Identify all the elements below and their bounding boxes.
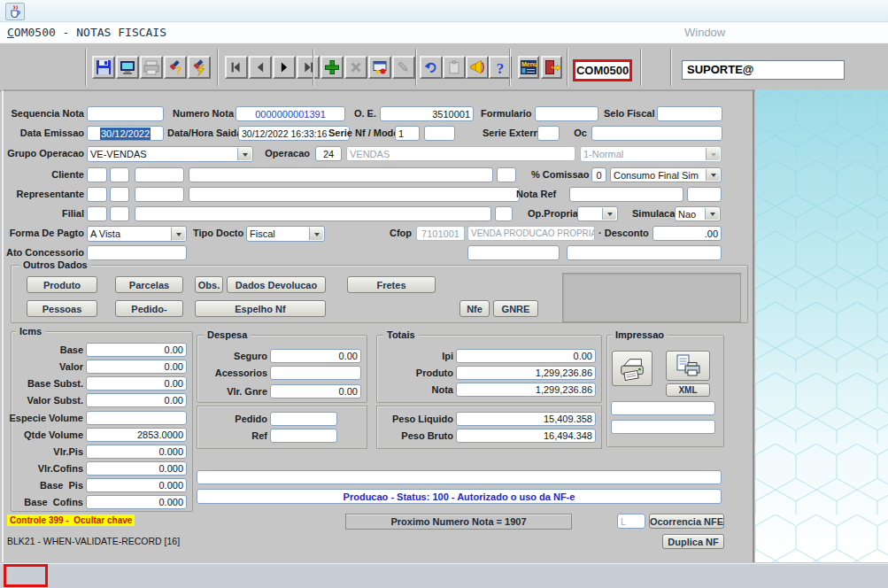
- nfe-button[interactable]: Nfe: [459, 300, 490, 317]
- serie-externa-field[interactable]: [537, 126, 560, 141]
- simulacao-select[interactable]: Nao: [675, 206, 721, 221]
- filial-field-1[interactable]: [87, 206, 107, 221]
- sequencia-nota-label: Sequencia Nota: [7, 106, 84, 121]
- pedido-button[interactable]: Pedido-: [115, 300, 183, 317]
- impressao-field-1[interactable]: [611, 401, 715, 415]
- delete-record-button[interactable]: [344, 56, 367, 79]
- pedido-field[interactable]: [270, 412, 337, 426]
- user-input[interactable]: SUPORTE@: [682, 60, 845, 80]
- grupo-operacao-select[interactable]: VE-VENDAS: [87, 146, 253, 162]
- dados-devolucao-button[interactable]: Dados Devolucao: [227, 276, 326, 293]
- icms-valor-field[interactable]: 0.00: [86, 360, 187, 374]
- pessoas-button[interactable]: Pessoas: [27, 300, 97, 317]
- screen-button[interactable]: [116, 56, 139, 79]
- operacao-field[interactable]: 24: [315, 146, 342, 161]
- xml-button[interactable]: XML: [666, 383, 710, 397]
- modelo-field[interactable]: [424, 126, 455, 141]
- cliente-nome-field[interactable]: [189, 167, 493, 182]
- vlr-gnre-field[interactable]: 0.00: [270, 384, 361, 398]
- fretes-button[interactable]: Fretes: [347, 276, 436, 293]
- espelho-nf-button[interactable]: Espelho Nf: [195, 300, 326, 317]
- cliente-field-2[interactable]: [110, 167, 129, 182]
- qtde-volume-field[interactable]: 2853.0000: [86, 428, 187, 442]
- message-field[interactable]: [197, 470, 722, 484]
- vlr-cofins-field[interactable]: 0.000: [86, 461, 187, 476]
- icms-valor-subst-field[interactable]: 0.00: [86, 393, 187, 407]
- menu-button[interactable]: Menu: [518, 56, 539, 79]
- representante-field-1[interactable]: [87, 187, 107, 202]
- cliente-field-1[interactable]: [87, 167, 107, 182]
- cliente-field-3[interactable]: [135, 167, 184, 182]
- menu-item-window[interactable]: Window: [684, 22, 725, 43]
- acessorios-field[interactable]: [270, 366, 361, 380]
- last-record-button[interactable]: [297, 56, 320, 79]
- filial-field-2[interactable]: [110, 206, 129, 221]
- next-record-button[interactable]: [273, 56, 296, 79]
- especie-volume-field[interactable]: [86, 411, 187, 425]
- previous-record-button[interactable]: [249, 56, 272, 79]
- obs-button[interactable]: Obs.: [195, 276, 223, 293]
- tipo-docto-select[interactable]: Fiscal: [246, 226, 325, 242]
- forma-pagto-select[interactable]: A Vista: [87, 226, 187, 242]
- alert-button[interactable]: [466, 56, 489, 79]
- selo-fiscal-field[interactable]: [657, 106, 722, 121]
- produto-button[interactable]: Produto: [27, 276, 97, 293]
- ato-extra-field-1[interactable]: [467, 245, 560, 260]
- icms-base-subst-label: Base Subst.: [4, 376, 83, 391]
- cliente-field-4[interactable]: [497, 167, 516, 182]
- enter-query-button[interactable]: ?: [164, 56, 187, 79]
- impressao-field-2[interactable]: [611, 420, 715, 434]
- representante-nome-field[interactable]: [189, 187, 520, 202]
- representante-field-2[interactable]: [110, 187, 129, 202]
- ato-extra-field-2[interactable]: [567, 245, 722, 260]
- ato-concessorio-field[interactable]: [87, 245, 187, 260]
- imprimir-danfe-button[interactable]: [666, 351, 710, 381]
- base-cofins-field[interactable]: 0.000: [86, 495, 187, 509]
- numero-nota-field[interactable]: 0000000001391: [236, 106, 345, 121]
- data-emissao-field[interactable]: 30/12/2022: [87, 126, 164, 141]
- icms-base-field[interactable]: 0.00: [86, 343, 187, 357]
- oe-field[interactable]: 3510001: [380, 106, 474, 121]
- duplica-nf-button[interactable]: Duplica NF: [662, 534, 724, 549]
- representante-field-3[interactable]: [135, 187, 184, 202]
- peso-liquido-field[interactable]: 15,409.358: [456, 412, 596, 426]
- base-pis-field[interactable]: 0.000: [86, 478, 187, 492]
- filial-nome-field[interactable]: [135, 206, 491, 221]
- ocorrencia-nfe-button[interactable]: Ocorrencia NFE: [649, 514, 724, 529]
- parcelas-button[interactable]: Parcelas: [115, 276, 183, 293]
- icms-base-subst-field[interactable]: 0.00: [86, 376, 187, 391]
- nota-ref-field-2[interactable]: [687, 187, 722, 202]
- lock-record-button[interactable]: [368, 56, 391, 79]
- total-produto-field[interactable]: 1,299,236.86: [456, 366, 596, 380]
- vlr-pis-field[interactable]: 0.000: [86, 445, 187, 459]
- gnre-button[interactable]: GNRE: [493, 300, 538, 317]
- paste-button[interactable]: [443, 56, 466, 79]
- nota-ref-field[interactable]: [569, 187, 683, 202]
- insert-record-button[interactable]: [320, 56, 344, 79]
- print-button[interactable]: [140, 56, 163, 79]
- desconto-field[interactable]: .00: [652, 226, 722, 241]
- ref-field[interactable]: [270, 429, 337, 443]
- edit-field-button[interactable]: [392, 56, 415, 79]
- serie-nf-field[interactable]: 1: [395, 126, 420, 141]
- formulario-field[interactable]: [535, 106, 598, 121]
- toolbar-separator: [217, 49, 219, 86]
- sequencia-nota-field[interactable]: [87, 106, 164, 121]
- consumo-final-select[interactable]: Consumo Final Sim: [610, 167, 722, 182]
- numero-nota-label: Numero Nota: [173, 106, 232, 121]
- exit-button[interactable]: [541, 56, 562, 79]
- oc-field[interactable]: [591, 126, 722, 141]
- ipi-field[interactable]: 0.00: [456, 349, 596, 363]
- undo-button[interactable]: [420, 56, 443, 79]
- filial-field-3[interactable]: [495, 206, 513, 221]
- peso-bruto-field[interactable]: 16,494.348: [456, 429, 596, 443]
- save-button[interactable]: [92, 56, 115, 79]
- op-propria-select[interactable]: [577, 206, 618, 221]
- seguro-field[interactable]: 0.00: [270, 349, 361, 363]
- l-field[interactable]: L: [617, 514, 645, 529]
- comissao-field[interactable]: 0: [591, 167, 606, 182]
- execute-query-button[interactable]: [188, 56, 211, 79]
- imprimir-nota-button[interactable]: [612, 351, 652, 386]
- first-record-button[interactable]: [225, 56, 248, 79]
- total-nota-field[interactable]: 1,299,236.86: [456, 383, 596, 397]
